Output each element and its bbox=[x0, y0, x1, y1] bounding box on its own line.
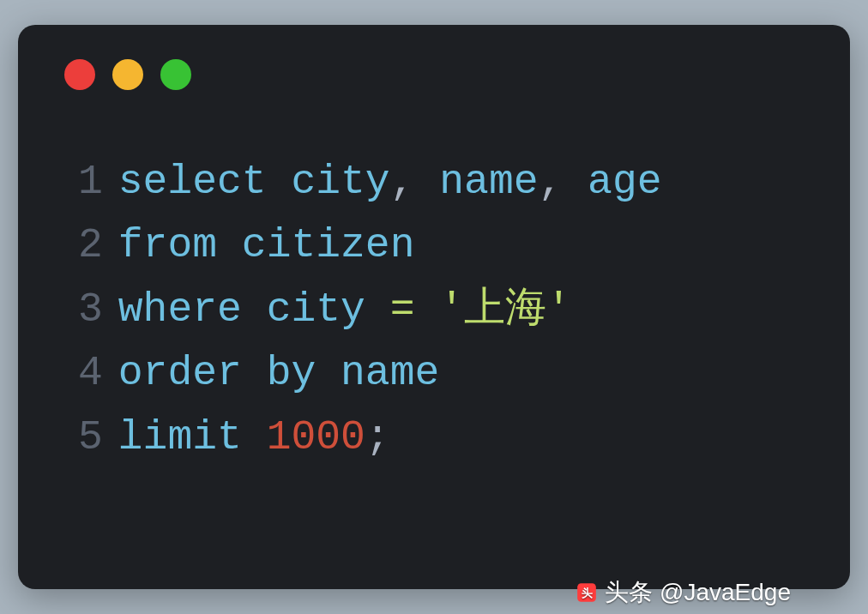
code-token: from citizen bbox=[118, 222, 415, 268]
line-number: 4 bbox=[78, 350, 103, 396]
line-number: 5 bbox=[78, 414, 103, 460]
code-line: 5limit 1000; bbox=[78, 406, 807, 469]
watermark-text: 头条 @JavaEdge bbox=[605, 576, 791, 609]
traffic-lights bbox=[61, 59, 807, 90]
code-line: 3where city = '上海' bbox=[78, 278, 807, 341]
code-token: '上海' bbox=[439, 286, 571, 333]
code-block: 1select city, name, age2from citizen3whe… bbox=[61, 150, 807, 469]
line-number: 2 bbox=[78, 222, 103, 268]
code-token: limit bbox=[118, 414, 267, 460]
line-number: 1 bbox=[78, 159, 103, 205]
svg-text:头: 头 bbox=[582, 587, 593, 599]
code-token bbox=[414, 286, 439, 333]
close-icon bbox=[64, 59, 95, 90]
watermark: 头 头条 @JavaEdge bbox=[576, 576, 791, 609]
code-token: select bbox=[118, 159, 292, 205]
code-line: 4order by name bbox=[78, 341, 807, 405]
code-token: name bbox=[439, 159, 538, 205]
code-token: where city bbox=[118, 286, 390, 333]
code-token: ; bbox=[365, 414, 390, 460]
code-line: 1select city, name, age bbox=[78, 150, 807, 214]
terminal-window: 1select city, name, age2from citizen3whe… bbox=[18, 25, 850, 589]
toutiao-logo-icon: 头 bbox=[576, 581, 598, 604]
minimize-icon bbox=[112, 59, 143, 90]
code-token: , bbox=[390, 159, 440, 205]
code-token: order by name bbox=[118, 350, 439, 396]
line-number: 3 bbox=[78, 286, 103, 333]
code-token: age bbox=[588, 159, 661, 205]
code-token: 1000 bbox=[267, 414, 365, 460]
code-token: = bbox=[390, 286, 415, 333]
maximize-icon bbox=[160, 59, 191, 90]
code-token: , bbox=[539, 159, 588, 205]
code-line: 2from citizen bbox=[78, 214, 807, 277]
code-token: city bbox=[291, 159, 389, 205]
